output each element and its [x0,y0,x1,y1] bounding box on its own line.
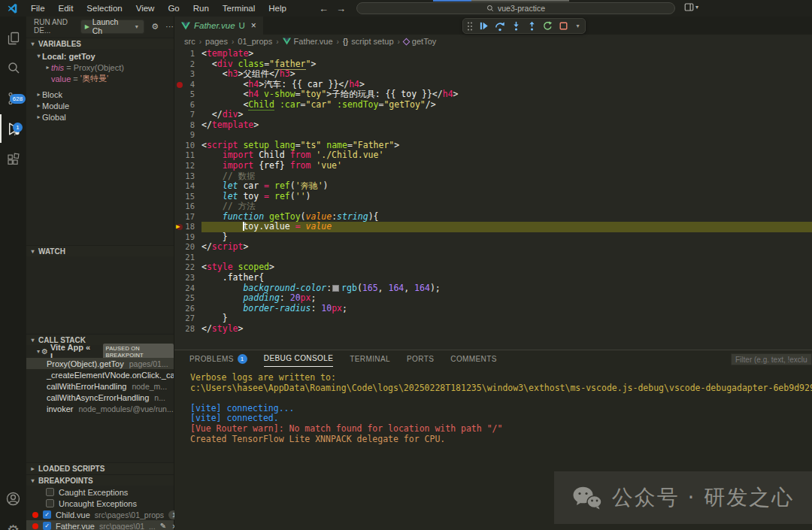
search-sidebar-icon[interactable] [0,54,26,83]
stack-frame[interactable]: _createElementVNode.onClick._cache... [26,369,174,380]
panel-tab-ports[interactable]: PORTS [407,350,434,367]
breakpoint-dot-icon[interactable] [177,82,183,88]
line-number[interactable]: 21 [174,253,201,263]
variable-row-this[interactable]: ▸ this = Proxy(Object) [26,62,174,73]
breadcrumb-pages[interactable]: pages [205,37,228,46]
panel-tab-comments[interactable]: COMMENTS [450,350,497,367]
debug-settings-gear-icon[interactable]: ⚙ [151,22,159,32]
line-number[interactable]: 18▶ [174,222,201,232]
line-number[interactable]: 27 [174,313,201,324]
code-line-11[interactable]: 11 import Child from './Child.vue' [174,150,812,161]
stack-frame[interactable]: Proxy(Object).getToypages/01... [26,358,174,369]
code-line-3[interactable]: 3 <h3>父组件</h3> [174,69,812,80]
panel-tab-debug-console[interactable]: DEBUG CONSOLE [264,350,333,367]
code-line-16[interactable]: 16 // 方法 [174,201,812,212]
code-line-26[interactable]: 26 border-radius: 10px; [174,304,812,314]
code-line-19[interactable]: 19 } [174,232,812,243]
launch-config-button[interactable]: ▶ Launch Ch ▾ [80,20,145,34]
line-number[interactable]: 2 [174,59,201,70]
code-line-17[interactable]: 17 function getToy(value:string){ [174,212,812,223]
line-number[interactable]: 24 [174,283,201,294]
step-out-button[interactable] [527,21,537,31]
breadcrumb-father-vue[interactable]: Father.vue [283,37,333,46]
code-line-23[interactable]: 23 .father{ [174,273,812,283]
code-line-18[interactable]: 18▶ toy.value = value [174,222,812,232]
variables-scope-row[interactable]: ▾ Local: getToy [26,50,174,62]
breadcrumb-script-setup[interactable]: {} script setup [343,37,394,46]
line-number[interactable]: 3 [174,69,201,80]
menu-file[interactable]: File [24,0,52,17]
breakpoints-section-header[interactable]: ▾ BREAKPOINTS [26,474,174,486]
line-number[interactable]: 23 [174,273,201,283]
code-line-4[interactable]: 4 <h4>汽车: {{ car }}</h4> [174,80,812,90]
tab-close-icon[interactable]: × [251,20,256,31]
toolbar-drag-grip[interactable] [467,21,473,32]
step-over-button[interactable] [495,21,505,32]
code-line-1[interactable]: 1<template> [174,49,812,59]
call-stack-thread-row[interactable]: ▾ ⚙ Vite App « L... PAUSED ON BREAKPOINT [26,346,174,357]
breadcrumb-src[interactable]: src [184,37,195,46]
code-line-14[interactable]: 14 let car = ref('奔驰') [174,181,812,192]
nav-forward-icon[interactable]: → [336,3,346,14]
line-number[interactable]: 15 [174,192,201,202]
code-line-10[interactable]: 10<script setup lang="ts" name="Father"> [174,141,812,151]
settings-gear-icon[interactable]: ⚙ [0,516,26,530]
explorer-icon[interactable] [0,24,26,53]
stack-frame[interactable]: invokernode_modules/@vue/run... [26,403,174,414]
line-number[interactable]: 11 [174,150,201,161]
menu-edit[interactable]: Edit [52,0,80,17]
nav-back-icon[interactable]: ← [319,3,329,14]
menu-help[interactable]: Help [262,0,293,17]
line-number[interactable]: 22 [174,262,201,273]
line-number[interactable]: 25 [174,293,201,304]
line-number[interactable]: 6 [174,100,201,111]
code-editor[interactable]: 1<template>2 <div class="father">3 <h3>父… [174,48,812,350]
variable-group-block[interactable]: ▸Block [26,89,174,100]
stack-frame[interactable]: callWithErrorHandlingnode_m... [26,380,174,392]
code-line-15[interactable]: 15 let toy = ref('') [174,192,812,202]
variables-section-header[interactable]: ▾ VARIABLES [26,38,174,49]
menu-terminal[interactable]: Terminal [216,0,262,17]
line-number[interactable]: 7 [174,110,201,120]
caught-exceptions-row[interactable]: Caught Exceptions [26,486,174,498]
tab-father-vue[interactable]: Father.vue U × [174,17,263,35]
menu-selection[interactable]: Selection [80,0,129,17]
code-line-25[interactable]: 25 padding: 20px; [174,293,812,304]
checkbox-checked[interactable]: ✓ [43,522,51,530]
line-number[interactable]: 19 [174,232,201,243]
console-filter-input[interactable] [731,353,812,365]
line-number[interactable]: 14 [174,181,201,192]
checkbox-checked[interactable]: ✓ [43,510,51,519]
line-number[interactable]: 16 [174,201,201,212]
panel-tab-problems[interactable]: PROBLEMS1 [189,350,247,367]
restart-button[interactable] [543,21,553,31]
chevron-down-icon[interactable]: ▾ [574,23,581,29]
step-into-button[interactable] [511,21,521,31]
line-number[interactable]: 26 [174,304,201,314]
breadcrumb-gettoy[interactable]: getToy [404,37,436,46]
breadcrumb-01-props[interactable]: 01_props [238,37,272,46]
more-actions-icon[interactable]: ··· [165,22,174,31]
variable-row-value[interactable]: value = '奥特曼' [26,73,174,84]
watch-section-header[interactable]: ▾ WATCH [26,245,174,256]
variable-group-module[interactable]: ▸Module [26,100,174,111]
code-line-5[interactable]: 5 <h4 v-show="toy">子给的玩具: {{ toy }}</h4> [174,89,812,100]
code-line-7[interactable]: 7 </div> [174,110,812,120]
code-line-6[interactable]: 6 <Child :car="car" :sendToy="getToy"/> [174,100,812,111]
line-number[interactable]: 5 [174,89,201,100]
continue-button[interactable] [479,21,489,31]
edit-breakpoint-icon[interactable]: ✎ [160,522,166,530]
breakpoint-row-child-vue[interactable]: ✓Child.vuesrc\pages\01_props13 [26,509,174,520]
menu-view[interactable]: View [129,0,162,17]
code-line-2[interactable]: 2 <div class="father"> [174,59,812,70]
code-line-27[interactable]: 27 } [174,313,812,324]
code-line-28[interactable]: 28</style> [174,324,812,335]
code-line-12[interactable]: 12 import {ref} from 'vue' [174,161,812,171]
line-number[interactable]: 12 [174,161,201,171]
loaded-scripts-section-header[interactable]: ▸ LOADED SCRIPTS [26,462,174,474]
code-line-9[interactable]: 9 [174,130,812,141]
panel-tab-terminal[interactable]: TERMINAL [350,350,390,367]
breakpoint-row-father-vue[interactable]: ✓Father.vuesrc\pages\01_...✎×18 [26,520,174,530]
command-center-search[interactable]: vue3-practice [356,2,675,14]
line-number[interactable]: 10 [174,141,201,151]
